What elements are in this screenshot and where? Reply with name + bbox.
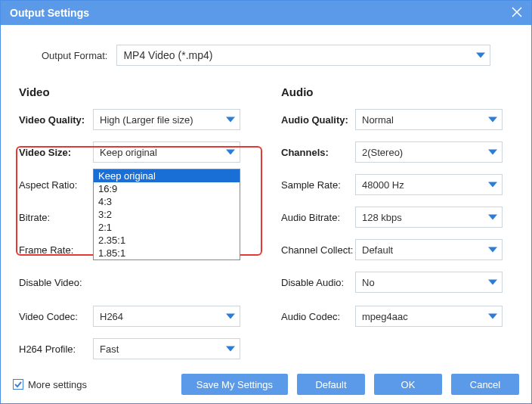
video-quality-label: Video Quality: xyxy=(19,114,93,126)
chevron-down-icon xyxy=(488,312,497,321)
chevron-down-icon xyxy=(226,148,235,157)
sample-rate-value: 48000 Hz xyxy=(362,179,404,191)
aspect-option[interactable]: 4:3 xyxy=(94,195,240,208)
audio-bitrate-select[interactable]: 128 kbps xyxy=(355,207,503,228)
chevron-down-icon xyxy=(488,148,497,157)
more-settings-label: More settings xyxy=(28,379,87,390)
audio-codec-select[interactable]: mpeg4aac xyxy=(355,306,503,327)
audio-column: Audio Audio Quality: Normal Channels: 2(… xyxy=(281,85,513,371)
chevron-down-icon xyxy=(488,278,497,287)
sample-rate-select[interactable]: 48000 Hz xyxy=(355,174,503,195)
output-format-label: Output Format: xyxy=(42,50,107,61)
video-bitrate-label: Bitrate: xyxy=(19,212,93,223)
channels-select[interactable]: 2(Stereo) xyxy=(355,141,503,163)
titlebar: Output Settings xyxy=(1,1,531,25)
disable-audio-value: No xyxy=(362,277,375,288)
channels-value: 2(Stereo) xyxy=(362,147,403,158)
h264-profile-value: Fast xyxy=(100,343,119,355)
channels-label: Channels: xyxy=(281,147,355,158)
audio-bitrate-value: 128 kbps xyxy=(362,212,402,223)
output-format-select[interactable]: MP4 Video (*.mp4) xyxy=(116,45,490,66)
video-quality-select[interactable]: High (Larger file size) xyxy=(93,109,240,130)
h264-profile-label: H264 Profile: xyxy=(19,343,93,355)
audio-quality-value: Normal xyxy=(362,114,394,126)
video-section-title: Video xyxy=(19,85,251,98)
ok-button[interactable]: OK xyxy=(374,374,442,395)
sample-rate-label: Sample Rate: xyxy=(281,179,355,191)
default-button[interactable]: Default xyxy=(297,374,365,395)
checkbox-icon xyxy=(13,379,23,390)
channel-collect-label: Channel Collect: xyxy=(281,244,355,256)
video-quality-value: High (Larger file size) xyxy=(100,114,193,126)
footer: More settings Save My Settings Default O… xyxy=(1,365,531,403)
window-title: Output Settings xyxy=(10,7,89,19)
aspect-option[interactable]: 1.85:1 xyxy=(94,247,240,259)
chevron-down-icon xyxy=(476,51,485,60)
video-codec-select[interactable]: H264 xyxy=(93,306,240,327)
aspect-option[interactable]: 2:1 xyxy=(94,221,240,234)
video-size-value: Keep original xyxy=(100,147,157,158)
video-codec-label: Video Codec: xyxy=(19,311,93,322)
aspect-option[interactable]: 2.35:1 xyxy=(94,234,240,247)
close-icon[interactable] xyxy=(512,7,522,20)
h264-profile-select[interactable]: Fast xyxy=(93,338,240,359)
audio-section-title: Audio xyxy=(281,85,513,98)
chevron-down-icon xyxy=(226,115,235,124)
video-size-select[interactable]: Keep original xyxy=(93,141,240,163)
audio-codec-value: mpeg4aac xyxy=(362,311,408,322)
channel-collect-value: Default xyxy=(362,244,393,256)
audio-codec-label: Audio Codec: xyxy=(281,311,355,322)
save-settings-button[interactable]: Save My Settings xyxy=(181,374,288,395)
video-codec-value: H264 xyxy=(100,311,123,322)
chevron-down-icon xyxy=(488,245,497,254)
chevron-down-icon xyxy=(488,213,497,222)
video-size-label: Video Size: xyxy=(19,147,93,158)
aspect-option[interactable]: 16:9 xyxy=(94,182,240,195)
aspect-ratio-label: Aspect Ratio: xyxy=(19,179,93,191)
output-format-row: Output Format: MP4 Video (*.mp4) xyxy=(19,40,513,85)
chevron-down-icon xyxy=(226,344,235,353)
frame-rate-label: Frame Rate: xyxy=(19,244,93,256)
body: Output Format: MP4 Video (*.mp4) Video V… xyxy=(1,25,531,371)
audio-bitrate-label: Audio Bitrate: xyxy=(281,212,355,223)
chevron-down-icon xyxy=(488,115,497,124)
video-column: Video Video Quality: High (Larger file s… xyxy=(19,85,251,371)
chevron-down-icon xyxy=(488,180,497,189)
disable-audio-select[interactable]: No xyxy=(355,272,503,293)
aspect-option[interactable]: Keep original xyxy=(94,169,240,182)
output-format-value: MP4 Video (*.mp4) xyxy=(123,49,212,61)
disable-video-label: Disable Video: xyxy=(19,277,93,288)
aspect-ratio-dropdown[interactable]: Keep original 16:9 4:3 3:2 2:1 2.35:1 1.… xyxy=(93,169,240,260)
aspect-option[interactable]: 3:2 xyxy=(94,208,240,221)
audio-quality-label: Audio Quality: xyxy=(281,114,355,126)
more-settings-checkbox[interactable]: More settings xyxy=(13,379,87,390)
audio-quality-select[interactable]: Normal xyxy=(355,109,503,130)
cancel-button[interactable]: Cancel xyxy=(451,374,519,395)
channel-collect-select[interactable]: Default xyxy=(355,239,503,260)
chevron-down-icon xyxy=(226,312,235,321)
disable-audio-label: Disable Audio: xyxy=(281,277,355,288)
